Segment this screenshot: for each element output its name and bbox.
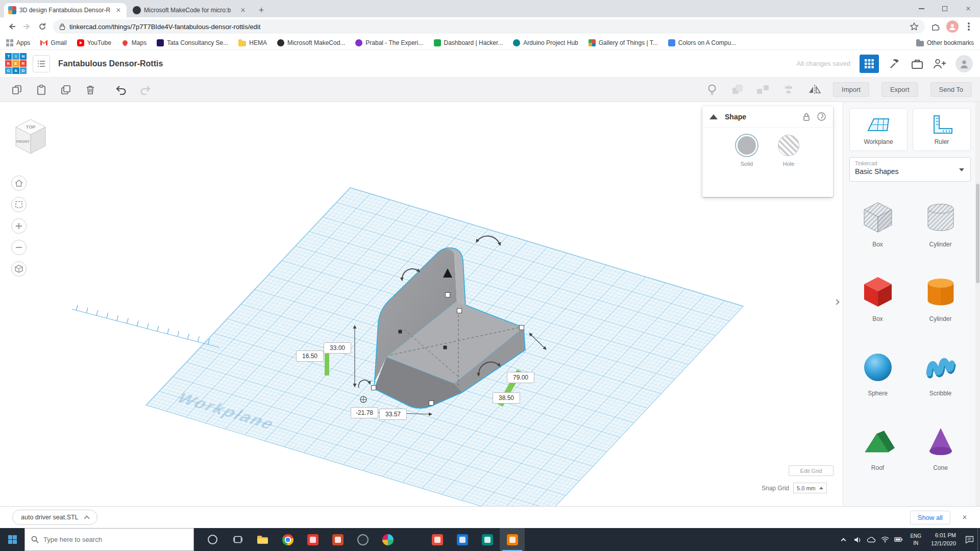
- paste-button[interactable]: [35, 83, 48, 96]
- chevron-up-icon[interactable]: [84, 515, 89, 521]
- battery-button[interactable]: [892, 528, 905, 551]
- hole-option[interactable]: Hole: [778, 135, 799, 167]
- maximize-button[interactable]: [933, 0, 957, 17]
- viewport-3d[interactable]: Workplane: [0, 102, 843, 506]
- bookmark-hackerrank[interactable]: Dashboard | Hacker...: [434, 39, 503, 46]
- sidebar-collapse-handle[interactable]: [832, 292, 841, 312]
- view-cube[interactable]: TOP FRONT: [10, 113, 50, 156]
- bookmark-colors[interactable]: Colors on A Compu...: [668, 39, 736, 46]
- view-cube-top-label[interactable]: TOP: [26, 124, 35, 130]
- bookmark-apps[interactable]: Apps: [6, 39, 30, 46]
- design-properties-button[interactable]: [33, 55, 50, 72]
- zoom-out-button[interactable]: [11, 240, 27, 255]
- fit-view-button[interactable]: [11, 197, 27, 212]
- close-button[interactable]: [957, 0, 980, 17]
- import-button[interactable]: Import: [833, 82, 869, 97]
- lock-icon[interactable]: [803, 113, 810, 121]
- shape-scribble[interactable]: Scribble: [923, 349, 959, 397]
- close-download-bar-icon[interactable]: [961, 513, 969, 521]
- bookmark-youtube[interactable]: YouTube: [77, 39, 111, 46]
- user-avatar[interactable]: [955, 55, 973, 72]
- solid-option[interactable]: Solid: [736, 135, 757, 167]
- dimension-width[interactable]: 38.50: [493, 392, 520, 404]
- powerpoint-button[interactable]: [325, 528, 350, 551]
- taskbar-app-camtasia[interactable]: [475, 528, 500, 551]
- minimize-button[interactable]: [910, 0, 933, 17]
- show-all-button[interactable]: [705, 83, 719, 96]
- redo-button[interactable]: [139, 83, 152, 96]
- shape-cylinder-striped[interactable]: Cylinder: [923, 200, 959, 248]
- sidebar-scrollbar[interactable]: [975, 102, 980, 506]
- action-center-button[interactable]: [961, 528, 977, 551]
- dimension-pos-x[interactable]: -21.78: [351, 407, 378, 418]
- undo-button[interactable]: [114, 83, 128, 96]
- taskbar-app-dark-circle[interactable]: [350, 528, 375, 551]
- volume-button[interactable]: [850, 528, 864, 551]
- dimension-elevation[interactable]: 16.50: [296, 350, 324, 362]
- taskbar-app-red[interactable]: [300, 528, 325, 551]
- visibility-bulb-icon[interactable]: [817, 112, 826, 121]
- clock[interactable]: 6:01 PM 12/1/2020: [926, 528, 961, 551]
- show-desktop-button[interactable]: [977, 528, 980, 551]
- forward-button[interactable]: [19, 19, 35, 34]
- bookmark-star-icon[interactable]: [910, 22, 919, 31]
- other-bookmarks[interactable]: Other bookmarks: [916, 39, 974, 46]
- browser-menu-icon[interactable]: [968, 26, 970, 28]
- language-indicator[interactable]: ENG IN: [905, 528, 926, 551]
- browser-profile-avatar[interactable]: [946, 20, 959, 33]
- shape-cone[interactable]: Cone: [923, 423, 959, 471]
- tab-close-icon[interactable]: [239, 6, 247, 14]
- onedrive-button[interactable]: [864, 528, 878, 551]
- home-view-button[interactable]: [11, 176, 27, 191]
- ungroup-button[interactable]: [756, 83, 770, 96]
- bookmark-arduino[interactable]: Arduino Project Hub: [513, 39, 578, 46]
- blocks-view-button[interactable]: [860, 55, 879, 73]
- taskbar-app-scratch[interactable]: [425, 528, 450, 551]
- taskbar-app-colorful[interactable]: [375, 528, 400, 551]
- tab-tinkercad[interactable]: 3D design Fantabulous Densor-R: [4, 3, 127, 17]
- taskbar-search-input[interactable]: Type here to search: [24, 528, 194, 551]
- tinker-tools-button[interactable]: [888, 57, 901, 70]
- network-button[interactable]: [878, 528, 892, 551]
- export-button[interactable]: Export: [881, 82, 918, 97]
- design-title[interactable]: Fantabulous Densor-Rottis: [58, 59, 163, 68]
- snap-grid-select[interactable]: 5.0 mm: [793, 483, 827, 493]
- send-to-button[interactable]: Send To: [930, 82, 972, 97]
- view-cube-front-label[interactable]: FRONT: [16, 139, 30, 144]
- bookmark-makecode[interactable]: Microsoft MakeCod...: [277, 39, 345, 46]
- dimension-pos-y[interactable]: 33.57: [379, 409, 407, 420]
- dimension-height[interactable]: 33.00: [324, 342, 351, 354]
- collapse-panel-icon[interactable]: [709, 114, 718, 119]
- ruler-tool[interactable]: Ruler: [913, 108, 971, 151]
- shape-roof[interactable]: Roof: [860, 423, 896, 471]
- extensions-button[interactable]: [928, 19, 943, 34]
- bookmark-gmail[interactable]: Gmail: [40, 39, 66, 46]
- shape-box-striped[interactable]: Box: [860, 200, 896, 248]
- shape-sphere[interactable]: Sphere: [860, 349, 896, 397]
- cortana-button[interactable]: [200, 528, 225, 551]
- invite-button[interactable]: [933, 57, 946, 70]
- show-all-downloads-button[interactable]: Show all: [910, 511, 950, 524]
- new-tab-button[interactable]: +: [255, 4, 267, 16]
- tinkercad-logo[interactable]: TIN KER CAD: [5, 53, 27, 74]
- group-button[interactable]: [731, 83, 744, 96]
- bookmark-maps[interactable]: Maps: [121, 39, 146, 46]
- perspective-toggle-button[interactable]: [11, 261, 27, 277]
- duplicate-button[interactable]: [59, 83, 72, 96]
- seat-object[interactable]: [360, 247, 525, 408]
- taskbar-app-blue[interactable]: [450, 528, 475, 551]
- task-view-button[interactable]: [225, 528, 250, 551]
- bookmark-tcs[interactable]: Tata Consultancy Se...: [157, 39, 228, 46]
- scrollbar-thumb[interactable]: [976, 184, 979, 283]
- taskbar-app-active-orange[interactable]: [500, 528, 525, 551]
- tab-close-icon[interactable]: [114, 6, 122, 14]
- tray-expand-button[interactable]: [837, 528, 850, 551]
- bookmark-gallery[interactable]: Gallery of Things | T...: [589, 39, 658, 46]
- zoom-in-button[interactable]: [11, 218, 27, 234]
- shape-library-dropdown[interactable]: Tinkercad Basic Shapes: [849, 157, 971, 182]
- shape-box-red[interactable]: Box: [860, 274, 896, 322]
- tab-makecode[interactable]: Microsoft MakeCode for micro:b: [129, 3, 251, 17]
- url-field[interactable]: tinkercad.com/things/7p7T7BIde4V-fantabu…: [53, 19, 925, 34]
- delete-button[interactable]: [84, 83, 97, 96]
- chrome-button[interactable]: [275, 528, 300, 551]
